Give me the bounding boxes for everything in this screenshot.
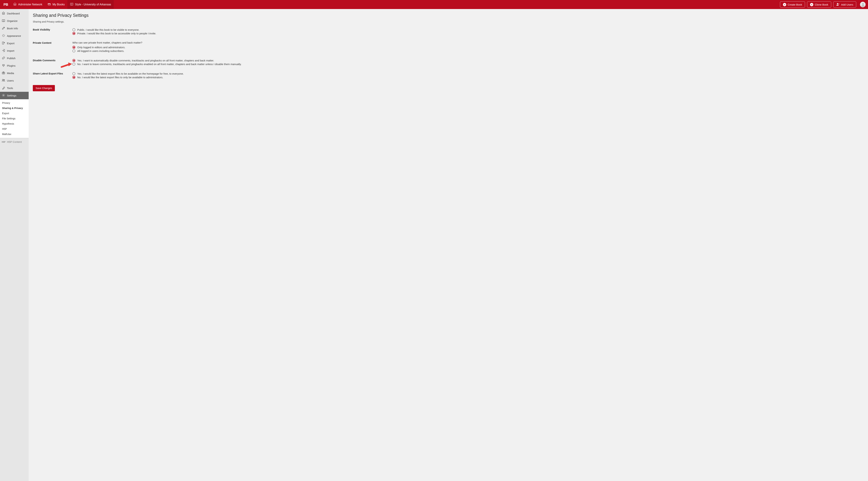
option-private-editors[interactable]: Only logged in editors and administrator… bbox=[72, 45, 864, 49]
section-private-content: Private Content Who can see private fron… bbox=[33, 41, 864, 53]
submenu-hypothesis[interactable]: Hypothesis bbox=[0, 121, 29, 126]
topbar-right: + Create Book + Clone Book Add Users bbox=[780, 1, 866, 8]
sidebar-item-import[interactable]: Import bbox=[0, 47, 29, 55]
topbar: PB Administer Network My Books Style - U… bbox=[0, 0, 868, 9]
radio-icon[interactable] bbox=[72, 32, 75, 35]
submenu-sharing-privacy[interactable]: Sharing & Privacy bbox=[0, 105, 29, 111]
button-label: Add Users bbox=[841, 3, 853, 6]
section-label: Book Visibility bbox=[33, 28, 72, 31]
nav-administer-network[interactable]: Administer Network bbox=[10, 0, 45, 9]
option-visibility-public[interactable]: Public. I would like this book to be vis… bbox=[72, 28, 864, 32]
home-icon bbox=[2, 11, 5, 15]
sidebar-item-appearance[interactable]: Appearance bbox=[0, 32, 29, 39]
option-label: Yes. I want to automatically disable com… bbox=[77, 59, 214, 62]
radio-icon[interactable] bbox=[72, 46, 75, 49]
edit-icon bbox=[2, 26, 5, 30]
option-label: Yes. I would like the latest export file… bbox=[77, 72, 184, 75]
plug-icon bbox=[2, 64, 5, 68]
annotation-arrow-icon bbox=[61, 62, 73, 68]
sidebar: Dashboard Organize Book Info Appearance … bbox=[0, 9, 29, 481]
open-book-icon bbox=[2, 19, 5, 23]
nav-my-books[interactable]: My Books bbox=[45, 0, 67, 9]
add-users-button[interactable]: Add Users bbox=[833, 1, 856, 8]
sidebar-item-label: Users bbox=[7, 79, 14, 82]
brand-logo[interactable]: PB bbox=[2, 3, 10, 7]
sparkle-icon bbox=[2, 34, 5, 38]
camera-icon bbox=[2, 71, 5, 75]
create-book-button[interactable]: + Create Book bbox=[780, 1, 805, 8]
option-share-exports-yes[interactable]: Yes. I would like the latest export file… bbox=[72, 72, 864, 75]
topbar-left: PB Administer Network My Books Style - U… bbox=[2, 0, 114, 9]
option-label: No. I want to leave comments, trackbacks… bbox=[77, 63, 242, 66]
option-label: All logged in users including subscriber… bbox=[77, 50, 124, 53]
bank-icon bbox=[13, 2, 17, 7]
sidebar-item-dashboard[interactable]: Dashboard bbox=[0, 9, 29, 17]
button-label: Clone Book bbox=[815, 3, 828, 6]
wrench-icon bbox=[2, 86, 5, 90]
section-label: Private Content bbox=[33, 41, 72, 44]
nav-item-label: Style - University of Arkansas bbox=[75, 3, 111, 6]
option-label: No. I would like the latest export files… bbox=[77, 76, 163, 79]
radio-icon[interactable] bbox=[72, 72, 75, 75]
nav-current-book[interactable]: Style - University of Arkansas bbox=[67, 0, 114, 9]
sidebar-item-label: Book Info bbox=[7, 27, 18, 30]
option-disable-comments-yes[interactable]: Yes. I want to automatically disable com… bbox=[72, 59, 864, 62]
sidebar-item-media[interactable]: Media bbox=[0, 69, 29, 77]
svg-point-2 bbox=[3, 72, 4, 74]
sidebar-item-label: Appearance bbox=[7, 34, 21, 37]
radio-icon[interactable] bbox=[72, 76, 75, 79]
clone-book-button[interactable]: + Clone Book bbox=[807, 1, 831, 8]
save-changes-button[interactable]: Save Changes bbox=[33, 85, 55, 91]
user-avatar[interactable] bbox=[860, 2, 866, 7]
submenu-file-settings[interactable]: File Settings bbox=[0, 116, 29, 121]
sidebar-item-organize[interactable]: Organize bbox=[0, 17, 29, 25]
option-disable-comments-no[interactable]: No. I want to leave comments, trackbacks… bbox=[72, 62, 864, 66]
plus-circle-icon: + bbox=[810, 3, 813, 6]
sidebar-item-book-info[interactable]: Book Info bbox=[0, 25, 29, 32]
radio-icon[interactable] bbox=[72, 50, 75, 53]
users-icon bbox=[2, 78, 5, 83]
page-title: Sharing and Privacy Settings bbox=[33, 13, 864, 18]
submenu-h5p[interactable]: H5P bbox=[0, 126, 29, 131]
radio-icon[interactable] bbox=[72, 59, 75, 62]
section-label: Disable Comments bbox=[33, 59, 72, 62]
option-share-exports-no[interactable]: No. I would like the latest export files… bbox=[72, 75, 864, 79]
section-label: Share Latest Export Files bbox=[33, 72, 72, 75]
page-description: Sharing and Privacy settings. bbox=[33, 20, 864, 23]
option-label: Private. I would like this book to be ac… bbox=[77, 32, 156, 35]
section-helper: Who can see private front matter, chapte… bbox=[72, 41, 864, 44]
sidebar-item-tools[interactable]: Tools bbox=[0, 84, 29, 92]
svg-point-4 bbox=[4, 79, 5, 81]
sidebar-item-publish[interactable]: Publish bbox=[0, 55, 29, 62]
sidebar-item-settings[interactable]: Settings bbox=[0, 92, 29, 99]
sidebar-item-label: Import bbox=[7, 49, 14, 52]
sidebar-item-label: Settings bbox=[7, 94, 16, 97]
sidebar-item-users[interactable]: Users bbox=[0, 77, 29, 84]
import-icon bbox=[2, 49, 5, 53]
radio-icon[interactable] bbox=[72, 28, 75, 31]
option-label: Only logged in editors and administrator… bbox=[77, 46, 125, 49]
submenu-export[interactable]: Export bbox=[0, 111, 29, 116]
sidebar-item-plugins[interactable]: Plugins bbox=[0, 62, 29, 69]
section-disable-comments: Disable Comments Yes. I want to automati… bbox=[33, 59, 864, 66]
radio-icon[interactable] bbox=[72, 63, 75, 66]
books-stack-icon bbox=[48, 2, 51, 7]
settings-submenu: Privacy Sharing & Privacy Export File Se… bbox=[0, 99, 29, 138]
plus-circle-icon: + bbox=[783, 3, 786, 6]
main-content: Sharing and Privacy Settings Sharing and… bbox=[29, 9, 868, 481]
button-label: Create Book bbox=[787, 3, 802, 6]
option-private-all[interactable]: All logged in users including subscriber… bbox=[72, 49, 864, 53]
sidebar-item-label: Dashboard bbox=[7, 12, 20, 15]
gear-icon bbox=[2, 94, 5, 98]
sidebar-item-label: Media bbox=[7, 72, 14, 75]
option-label: Public. I would like this book to be vis… bbox=[77, 28, 140, 31]
sidebar-item-export[interactable]: Export bbox=[0, 39, 29, 47]
svg-point-0 bbox=[837, 3, 838, 4]
link-icon bbox=[2, 56, 5, 60]
svg-point-5 bbox=[3, 95, 4, 96]
option-visibility-private[interactable]: Private. I would like this book to be ac… bbox=[72, 32, 864, 35]
sidebar-item-h5p-content[interactable]: H5P H5P Content bbox=[0, 138, 29, 145]
submenu-privacy[interactable]: Privacy bbox=[0, 100, 29, 105]
submenu-mathjax[interactable]: MathJax bbox=[0, 131, 29, 137]
export-icon bbox=[2, 41, 5, 45]
